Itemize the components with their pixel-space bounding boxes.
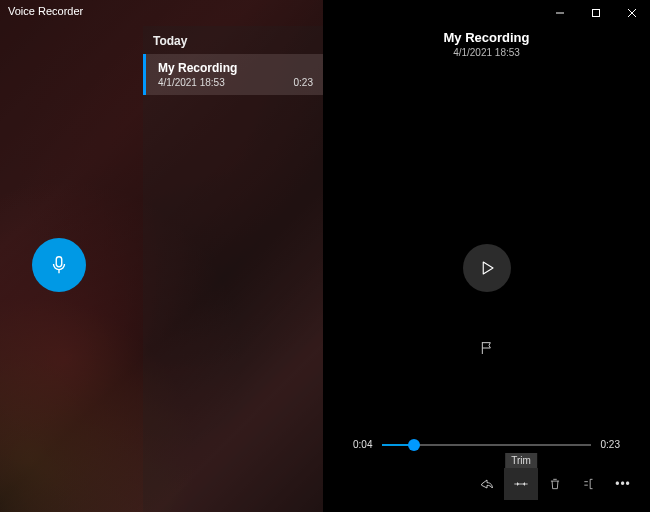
elapsed-time: 0:04 [353, 439, 372, 450]
maximize-icon [591, 8, 601, 18]
recordings-sidebar: Today My Recording 4/1/2021 18:53 0:23 [0, 0, 323, 512]
rename-icon [581, 477, 597, 491]
microphone-icon [48, 254, 70, 276]
trim-tooltip: Trim [505, 453, 537, 468]
close-button[interactable] [614, 0, 650, 26]
trim-button[interactable]: Trim [504, 468, 538, 500]
recording-item-title: My Recording [158, 61, 313, 75]
list-section-header: Today [143, 26, 323, 54]
minimize-icon [555, 8, 565, 18]
marker-button[interactable] [479, 340, 495, 360]
recording-item-duration: 0:23 [294, 77, 313, 88]
seek-thumb[interactable] [408, 439, 420, 451]
maximize-button[interactable] [578, 0, 614, 26]
total-time: 0:23 [601, 439, 620, 450]
share-icon [479, 476, 495, 492]
svg-rect-0 [56, 257, 62, 267]
svg-marker-6 [483, 262, 493, 274]
recording-list-item[interactable]: My Recording 4/1/2021 18:53 0:23 [143, 54, 323, 95]
more-icon: ••• [615, 477, 631, 491]
share-button[interactable] [470, 468, 504, 500]
seek-bar: 0:04 0:23 [353, 439, 620, 450]
svg-marker-9 [523, 482, 525, 486]
seek-track[interactable] [382, 444, 590, 446]
svg-rect-3 [593, 10, 600, 17]
trim-icon [513, 476, 529, 492]
flag-icon [479, 340, 495, 356]
bottom-action-bar: Trim ••• [470, 468, 640, 500]
rename-button[interactable] [572, 468, 606, 500]
playback-panel: My Recording 4/1/2021 18:53 0:04 0:23 [323, 0, 650, 512]
window-controls [542, 0, 650, 26]
more-options-button[interactable]: ••• [606, 468, 640, 500]
close-icon [627, 8, 637, 18]
minimize-button[interactable] [542, 0, 578, 26]
svg-marker-8 [517, 482, 519, 486]
recording-item-time: 4/1/2021 18:53 [158, 77, 225, 88]
play-icon [478, 259, 496, 277]
recording-detail-title: My Recording [323, 30, 650, 45]
trash-icon [548, 477, 562, 491]
delete-button[interactable] [538, 468, 572, 500]
recording-detail-subtitle: 4/1/2021 18:53 [323, 47, 650, 58]
play-button[interactable] [463, 244, 511, 292]
window-title: Voice Recorder [8, 5, 83, 17]
record-button[interactable] [32, 238, 86, 292]
